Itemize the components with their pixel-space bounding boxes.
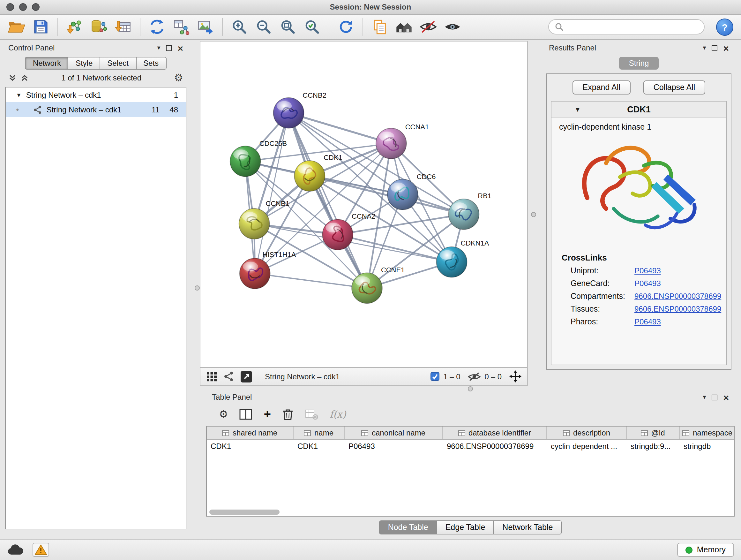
- network-row-selected[interactable]: ● String Network – cdk1 11 48: [6, 102, 186, 117]
- network-canvas[interactable]: CCNB2CCNA1CDC25BCDK1CDC6RB1CCNB1CCNA2CDK…: [200, 42, 527, 367]
- gene-section-header[interactable]: ▼ CDK1: [551, 102, 726, 118]
- table-tab-edge-table[interactable]: Edge Table: [437, 520, 494, 535]
- network-node-CDK1[interactable]: CDK1: [294, 153, 342, 191]
- import-network-database-button[interactable]: [89, 17, 109, 37]
- tab-string[interactable]: String: [619, 57, 659, 70]
- pan-crosshair-icon[interactable]: [509, 370, 522, 382]
- column-header-name[interactable]: name: [293, 427, 345, 439]
- zoom-selected-button[interactable]: [302, 17, 322, 37]
- warnings-button[interactable]: [32, 543, 49, 557]
- crosslink-link[interactable]: 9606.ENSP00000378699: [634, 292, 721, 301]
- home-layout-button[interactable]: [394, 17, 414, 37]
- column-header--id[interactable]: @id: [627, 427, 680, 439]
- birds-eye-grid-icon[interactable]: [206, 371, 218, 381]
- show-all-button[interactable]: [442, 17, 463, 37]
- refresh-button[interactable]: [336, 17, 356, 37]
- open-session-button[interactable]: [6, 17, 27, 37]
- export-image-button[interactable]: [195, 17, 216, 37]
- network-node-CCNA1[interactable]: CCNA1: [376, 123, 429, 159]
- crosslink-link[interactable]: P06493: [634, 279, 661, 288]
- node-table: shared namenamecanonical namedatabase id…: [206, 426, 735, 516]
- table-tab-node-table[interactable]: Node Table: [379, 520, 437, 535]
- control-tab-select[interactable]: Select: [100, 57, 136, 70]
- delete-table-icon[interactable]: [306, 409, 318, 420]
- crosslink-label: Pharos:: [570, 317, 634, 326]
- table-options-gear-icon[interactable]: ⚙: [219, 409, 228, 420]
- control-tab-style[interactable]: Style: [69, 57, 100, 70]
- bottom-splitter-handle[interactable]: [468, 386, 473, 391]
- zoom-in-icon: [231, 18, 248, 35]
- panel-float-icon[interactable]: [166, 45, 172, 51]
- hide-selected-button[interactable]: [418, 17, 439, 37]
- panel-close-icon[interactable]: ×: [723, 392, 729, 402]
- clone-network-button[interactable]: [147, 17, 167, 37]
- window-minimize-button[interactable]: [19, 3, 27, 11]
- panel-menu-icon[interactable]: ▾: [157, 45, 160, 51]
- crosslink-link[interactable]: P06493: [634, 266, 661, 275]
- table-cell: CDK1: [293, 440, 345, 453]
- network-node-CDKN1A[interactable]: CDKN1A: [436, 239, 489, 277]
- help-button[interactable]: ?: [716, 18, 733, 36]
- panel-float-icon[interactable]: [712, 394, 718, 400]
- import-network-file-button[interactable]: [64, 17, 85, 37]
- network-collection-row[interactable]: ▼ String Network – cdk1 1: [6, 87, 186, 102]
- memory-button[interactable]: Memory: [677, 543, 734, 557]
- string-network-icon: [33, 105, 42, 114]
- save-session-button[interactable]: [30, 17, 51, 37]
- collapse-all-icon[interactable]: [8, 74, 17, 82]
- section-collapse-icon[interactable]: ▼: [575, 106, 581, 113]
- network-node-RB1[interactable]: RB1: [448, 192, 491, 230]
- share-network-icon[interactable]: [223, 371, 234, 382]
- tree-expand-icon[interactable]: ▼: [16, 91, 22, 98]
- function-builder-icon[interactable]: f(x): [330, 409, 346, 420]
- search-field[interactable]: [548, 19, 704, 35]
- open-in-new-icon[interactable]: [240, 370, 253, 383]
- crosslink-link[interactable]: 9606.ENSP00000378699: [634, 305, 721, 314]
- panel-menu-icon[interactable]: ▾: [703, 45, 706, 51]
- panel-close-icon[interactable]: ×: [723, 43, 729, 53]
- column-header-database-identifier[interactable]: database identifier: [443, 427, 547, 439]
- window-titlebar[interactable]: Session: New Session: [0, 0, 741, 15]
- column-header-shared-name[interactable]: shared name: [207, 427, 293, 439]
- left-splitter-handle[interactable]: [195, 286, 200, 291]
- control-tab-sets[interactable]: Sets: [136, 57, 166, 70]
- hidden-eye-off-icon[interactable]: [468, 371, 481, 381]
- delete-column-trash-icon[interactable]: [282, 408, 294, 421]
- crosslinks-rows: Uniprot:P06493GeneCard:P06493Compartment…: [551, 264, 726, 328]
- network-node-CCNB1[interactable]: CCNB1: [239, 199, 289, 239]
- network-from-table-button[interactable]: [171, 17, 192, 37]
- right-splitter-handle[interactable]: [531, 212, 536, 217]
- panel-float-icon[interactable]: [712, 45, 718, 51]
- window-close-button[interactable]: [6, 3, 14, 11]
- expand-all-icon[interactable]: [20, 74, 29, 82]
- zoom-fit-button[interactable]: [278, 17, 298, 37]
- cloud-icon[interactable]: [7, 544, 23, 556]
- search-input[interactable]: [567, 22, 698, 31]
- expand-all-button[interactable]: Expand All: [572, 80, 630, 95]
- show-columns-icon[interactable]: [240, 409, 253, 420]
- add-column-icon[interactable]: +: [264, 410, 271, 419]
- column-header-canonical-name[interactable]: canonical name: [345, 427, 443, 439]
- crosslink-link[interactable]: P06493: [634, 317, 661, 326]
- copy-button[interactable]: [369, 17, 390, 37]
- horizontal-scrollbar[interactable]: [208, 509, 733, 515]
- table-row[interactable]: CDK1CDK1P064939606.ENSP00000378699cyclin…: [207, 440, 734, 453]
- zoom-in-button[interactable]: [229, 17, 250, 37]
- toolbar-separator: [222, 18, 223, 36]
- table-tab-network-table[interactable]: Network Table: [494, 520, 562, 535]
- memory-status-icon: [685, 546, 692, 553]
- network-node-HIST1H1A[interactable]: HIST1H1A: [240, 251, 296, 289]
- network-node-CDC6[interactable]: CDC6: [387, 173, 436, 210]
- control-tab-network[interactable]: Network: [25, 57, 69, 70]
- collapse-all-button[interactable]: Collapse All: [643, 80, 705, 95]
- scrollbar-thumb[interactable]: [209, 509, 280, 515]
- column-header-description[interactable]: description: [547, 427, 627, 439]
- panel-close-icon[interactable]: ×: [178, 43, 183, 53]
- window-zoom-button[interactable]: [32, 3, 40, 11]
- panel-menu-icon[interactable]: ▾: [703, 394, 706, 400]
- import-table-file-button[interactable]: [113, 17, 133, 37]
- network-options-gear-icon[interactable]: ⚙: [174, 73, 183, 83]
- selected-checkbox-icon[interactable]: [430, 372, 440, 381]
- zoom-out-button[interactable]: [253, 17, 274, 37]
- column-header-namespace[interactable]: namespace: [680, 427, 735, 439]
